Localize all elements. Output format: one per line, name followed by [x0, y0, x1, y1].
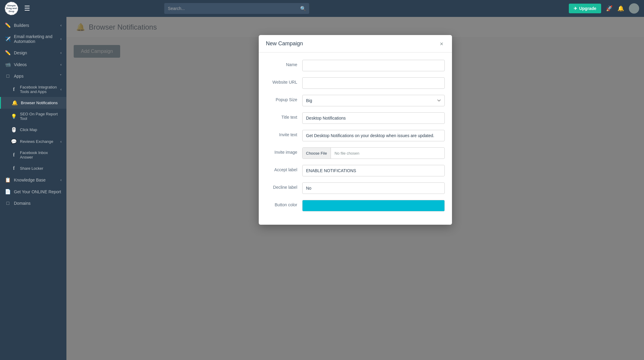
website-url-input[interactable] — [302, 77, 445, 89]
chevron-icon: ‹ — [60, 37, 62, 41]
chevron-icon: ‹ — [60, 63, 62, 67]
sidebar-item-domains[interactable]: □ Domains — [0, 198, 66, 209]
sidebar-item-label: Browser Notifications — [21, 101, 58, 105]
sidebar-item-label: Facebook Inbox Answer — [20, 150, 62, 159]
sidebar-item-label: Email marketing and Automation — [14, 34, 57, 44]
form-row-website-url: Website URL — [266, 77, 445, 89]
sidebar-item-facebook-inbox[interactable]: f Facebook Inbox Answer — [0, 147, 66, 162]
title-text-input[interactable] — [302, 112, 445, 124]
email-icon: ✈️ — [5, 36, 11, 42]
click-map-icon: 🖱️ — [11, 127, 17, 133]
new-campaign-modal: New Campaign × Name Website URL — [259, 35, 452, 225]
sidebar-item-click-map[interactable]: 🖱️ Click Map — [0, 124, 66, 136]
sidebar-item-label: Get Your ONLINE Report — [14, 189, 61, 194]
sidebar-item-email-marketing[interactable]: ✈️ Email marketing and Automation ‹ — [0, 31, 66, 47]
sidebar-item-label: Click Map — [20, 127, 37, 132]
popup-size-select[interactable]: Big Medium Small — [302, 95, 445, 106]
app-logo[interactable]: iSimpleDrag and Drop — [5, 2, 18, 15]
seo-icon: 💡 — [11, 114, 17, 119]
sidebar-item-label: Builders — [14, 23, 29, 28]
form-row-button-color: Button color — [266, 200, 445, 211]
form-row-popup-size: Popup Size Big Medium Small — [266, 95, 445, 106]
builders-icon: ✏️ — [5, 22, 11, 28]
sidebar-item-share-locker[interactable]: f Share Locker — [0, 162, 66, 174]
facebook-inbox-icon: f — [11, 152, 17, 158]
modal-title: New Campaign — [266, 40, 303, 47]
modal-body: Name Website URL Popup Size Big — [259, 53, 452, 225]
invite-image-label: Invite image — [266, 147, 302, 155]
accept-label-label: Accept label — [266, 165, 302, 172]
sidebar-item-videos[interactable]: 📹 Videos ‹ — [0, 59, 66, 70]
choose-file-button[interactable]: Choose File — [303, 148, 331, 159]
facebook-icon: f — [11, 87, 17, 92]
accept-label-input[interactable] — [302, 165, 445, 176]
website-url-label: Website URL — [266, 77, 302, 85]
search-icon: 🔍 — [300, 6, 306, 11]
sidebar-item-label: Facebook Integration Tools and Apps — [20, 85, 57, 94]
modal-header: New Campaign × — [259, 35, 452, 53]
button-color-swatch[interactable] — [302, 200, 445, 211]
nav-right: ✈ Upgrade 🚀 🔔 — [569, 3, 639, 14]
button-color-label: Button color — [266, 200, 302, 207]
user-avatar[interactable] — [629, 3, 639, 14]
upgrade-button[interactable]: ✈ Upgrade — [569, 4, 601, 13]
sidebar-item-label: SEO On Page Report Tool — [20, 112, 62, 121]
logo-text: iSimpleDrag and Drop — [5, 4, 18, 13]
modal-close-button[interactable]: × — [439, 41, 445, 47]
name-input[interactable] — [302, 60, 445, 71]
decline-label-input[interactable] — [302, 182, 445, 194]
rocket-icon[interactable]: 🚀 — [606, 5, 613, 12]
sidebar: ✏️ Builders ‹ ✈️ Email marketing and Aut… — [0, 17, 66, 360]
invite-text-input[interactable] — [302, 130, 445, 141]
chevron-icon: ‹ — [60, 23, 62, 27]
sidebar-item-apps[interactable]: □ Apps ˅ — [0, 70, 66, 82]
sidebar-item-get-report[interactable]: 📄 Get Your ONLINE Report — [0, 186, 66, 198]
apps-icon: □ — [5, 73, 11, 79]
bell-icon: 🔔 — [12, 100, 18, 106]
sidebar-item-label: Apps — [14, 74, 24, 79]
sidebar-item-label: Reviews Exchange — [20, 139, 53, 144]
modal-overlay: New Campaign × Name Website URL — [66, 17, 644, 360]
sidebar-item-seo-report[interactable]: 💡 SEO On Page Report Tool — [0, 109, 66, 124]
form-row-title-text: Title text — [266, 112, 445, 124]
videos-icon: 📹 — [5, 62, 11, 67]
hamburger-menu[interactable]: ☰ — [22, 3, 33, 14]
file-name-display: No file chosen — [331, 151, 363, 156]
main-layout: ✏️ Builders ‹ ✈️ Email marketing and Aut… — [0, 17, 644, 360]
sidebar-item-label: Videos — [14, 62, 27, 67]
form-row-accept-label: Accept label — [266, 165, 445, 176]
design-icon: ✏️ — [5, 50, 11, 56]
sidebar-item-design[interactable]: ✏️ Design ‹ — [0, 47, 66, 59]
form-row-invite-image: Invite image Choose File No file chosen — [266, 147, 445, 159]
sidebar-item-builders[interactable]: ✏️ Builders ‹ — [0, 19, 66, 31]
chevron-icon: ‹ — [60, 87, 62, 92]
main-content: 🔔 Browser Notifications Add Campaign New… — [66, 17, 644, 360]
title-text-label: Title text — [266, 112, 302, 120]
form-row-decline-label: Decline label — [266, 182, 445, 194]
sidebar-item-reviews-exchange[interactable]: 💬 Reviews Exchange ‹ — [0, 136, 66, 147]
knowledge-base-icon: 📋 — [5, 177, 11, 183]
top-navigation: iSimpleDrag and Drop ☰ 🔍 ✈ Upgrade 🚀 🔔 — [0, 0, 644, 17]
name-label: Name — [266, 60, 302, 67]
search-bar: 🔍 — [164, 3, 309, 14]
file-input-wrap: Choose File No file chosen — [302, 147, 445, 159]
content-body: Add Campaign New Campaign × Name — [66, 38, 644, 65]
upgrade-icon: ✈ — [574, 6, 577, 11]
sidebar-item-knowledge-base[interactable]: 📋 Knowledge Base ‹ — [0, 174, 66, 186]
notifications-bell-icon[interactable]: 🔔 — [617, 5, 624, 12]
form-row-invite-text: Invite text — [266, 130, 445, 141]
chevron-icon: ‹ — [60, 140, 62, 144]
chevron-icon: ‹ — [60, 51, 62, 55]
domains-icon: □ — [5, 201, 11, 206]
decline-label-label: Decline label — [266, 182, 302, 190]
sidebar-item-label: Share Locker — [20, 166, 43, 171]
sidebar-item-browser-notifications[interactable]: 🔔 Browser Notifications — [0, 97, 66, 109]
report-icon: 📄 — [5, 189, 11, 194]
share-locker-icon: f — [11, 166, 17, 171]
form-row-name: Name — [266, 60, 445, 71]
invite-text-label: Invite text — [266, 130, 302, 137]
search-input[interactable] — [164, 3, 309, 14]
reviews-icon: 💬 — [11, 139, 17, 144]
sidebar-item-label: Domains — [14, 201, 30, 206]
sidebar-item-facebook-integration[interactable]: f Facebook Integration Tools and Apps ‹ — [0, 82, 66, 97]
